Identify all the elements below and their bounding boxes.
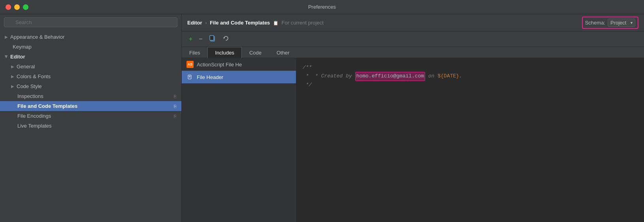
search-input[interactable]: [4, 17, 177, 27]
sidebar-item-keymap[interactable]: Keymap: [0, 42, 181, 52]
sidebar-item-label: Keymap: [13, 44, 32, 50]
schema-select-wrapper: Default Project: [608, 19, 635, 27]
schema-select[interactable]: Default Project: [608, 19, 635, 27]
code-line-1: /**: [303, 64, 638, 72]
sidebar-item-label: File and Code Templates: [17, 103, 77, 109]
search-wrapper: ⌕: [4, 17, 177, 27]
svg-marker-2: [223, 38, 225, 39]
minus-icon: −: [199, 36, 202, 43]
tab-code[interactable]: Code: [242, 47, 269, 58]
copy-icon: ⎘: [174, 114, 177, 119]
sidebar-item-editor[interactable]: ▶ Editor: [0, 52, 181, 62]
titlebar: Preferences: [0, 0, 644, 14]
reset-icon: [222, 35, 230, 43]
arrow-icon: ▶: [11, 64, 14, 69]
breadcrumb-editor: Editor: [187, 20, 202, 26]
svg-rect-1: [210, 36, 214, 40]
sidebar: ⌕ ▶ Appearance & Behavior Keymap ▶ Edito…: [0, 14, 182, 222]
arrow-icon: ▶: [11, 74, 14, 79]
window-title: Preferences: [308, 4, 336, 10]
sidebar-item-general[interactable]: ▶ General: [0, 62, 181, 71]
file-item-label: File Header: [197, 74, 223, 80]
comment-created-by: * Created by: [312, 72, 355, 81]
sidebar-item-label: Editor: [10, 54, 25, 60]
code-line-2: * * Created by homo.efficio@gmail.com on…: [303, 72, 638, 81]
arrow-icon: ▶: [4, 55, 9, 58]
breadcrumb-separator: ›: [205, 20, 207, 26]
file-list: AS ActionScript File He: [182, 58, 296, 222]
project-icon: 📋: [273, 21, 279, 25]
as-badge: AS: [186, 61, 194, 68]
toolbar: + −: [182, 32, 644, 47]
arrow-icon: ▶: [11, 84, 14, 88]
actionscript-icon: AS: [186, 61, 194, 68]
schema-box: Schema: Default Project: [582, 17, 638, 29]
sidebar-item-label: Live Templates: [17, 123, 51, 129]
sidebar-item-label: General: [17, 64, 35, 70]
close-button[interactable]: [6, 4, 11, 10]
sidebar-item-inspections[interactable]: Inspections ⎘: [0, 91, 181, 101]
file-item-file-header[interactable]: File Header: [182, 71, 296, 83]
reset-button[interactable]: [221, 34, 231, 44]
sidebar-item-label: Code Style: [17, 83, 42, 89]
search-container: ⌕: [0, 14, 181, 30]
sidebar-item-file-and-code-templates[interactable]: File and Code Templates ⎘: [0, 101, 181, 111]
comment-open: /**: [303, 64, 312, 72]
window-controls: [6, 4, 28, 10]
content-area: AS ActionScript File He: [182, 58, 644, 222]
file-item-actionscript[interactable]: AS ActionScript File He: [182, 58, 296, 71]
copy-icon: ⎘: [174, 104, 177, 109]
tab-files[interactable]: Files: [182, 47, 207, 58]
comment-dot: .: [459, 72, 462, 81]
sidebar-item-live-templates[interactable]: Live Templates: [0, 121, 181, 131]
breadcrumb: Editor › File and Code Templates 📋 For c…: [187, 20, 324, 26]
email-highlight: homo.efficio@gmail.com: [355, 72, 426, 81]
tab-includes[interactable]: Includes: [207, 47, 241, 58]
copy-icon: ⎘: [174, 94, 177, 99]
comment-star-prefix: *: [303, 72, 312, 81]
date-variable: ${DATE}: [437, 72, 459, 81]
nav-tree: ▶ Appearance & Behavior Keymap ▶ Editor …: [0, 30, 181, 222]
sidebar-item-label: Inspections: [17, 93, 43, 99]
remove-button[interactable]: −: [197, 35, 204, 43]
tab-other[interactable]: Other: [269, 47, 297, 58]
right-panel: Editor › File and Code Templates 📋 For c…: [182, 14, 644, 222]
sidebar-item-label: Appearance & Behavior: [10, 34, 64, 40]
comment-close: */: [303, 81, 312, 89]
code-line-3: */: [303, 81, 638, 89]
maximize-button[interactable]: [23, 4, 28, 10]
copy-template-button[interactable]: [207, 34, 218, 44]
file-header-icon: [186, 73, 194, 81]
tab-code-label: Code: [249, 50, 262, 56]
sidebar-item-label: File Encodings: [17, 113, 51, 119]
tab-other-label: Other: [277, 50, 290, 56]
breadcrumb-for-project: For current project: [282, 20, 324, 26]
copy-template-icon: [209, 35, 216, 43]
breadcrumb-template: File and Code Templates: [210, 20, 270, 26]
code-editor[interactable]: /** * * Created by homo.efficio@gmail.co…: [296, 58, 644, 222]
add-button[interactable]: +: [187, 35, 194, 43]
tab-files-label: Files: [189, 50, 200, 56]
breadcrumb-bar: Editor › File and Code Templates 📋 For c…: [182, 14, 644, 32]
tab-includes-label: Includes: [215, 50, 234, 56]
tabs-bar: Files Includes Code Other: [182, 47, 644, 58]
sidebar-item-code-style[interactable]: ▶ Code Style: [0, 81, 181, 91]
sidebar-item-appearance[interactable]: ▶ Appearance & Behavior: [0, 32, 181, 42]
fh-badge: [186, 73, 194, 81]
arrow-icon: ▶: [5, 35, 8, 39]
schema-label: Schema:: [585, 20, 605, 26]
minimize-button[interactable]: [14, 4, 20, 10]
comment-on: on: [425, 72, 437, 81]
add-icon: +: [189, 36, 192, 43]
sidebar-item-file-encodings[interactable]: File Encodings ⎘: [0, 111, 181, 121]
sidebar-item-colors-fonts[interactable]: ▶ Colors & Fonts: [0, 71, 181, 81]
sidebar-item-label: Colors & Fonts: [17, 73, 51, 79]
file-item-label: ActionScript File He: [197, 62, 242, 68]
main-layout: ⌕ ▶ Appearance & Behavior Keymap ▶ Edito…: [0, 14, 644, 222]
